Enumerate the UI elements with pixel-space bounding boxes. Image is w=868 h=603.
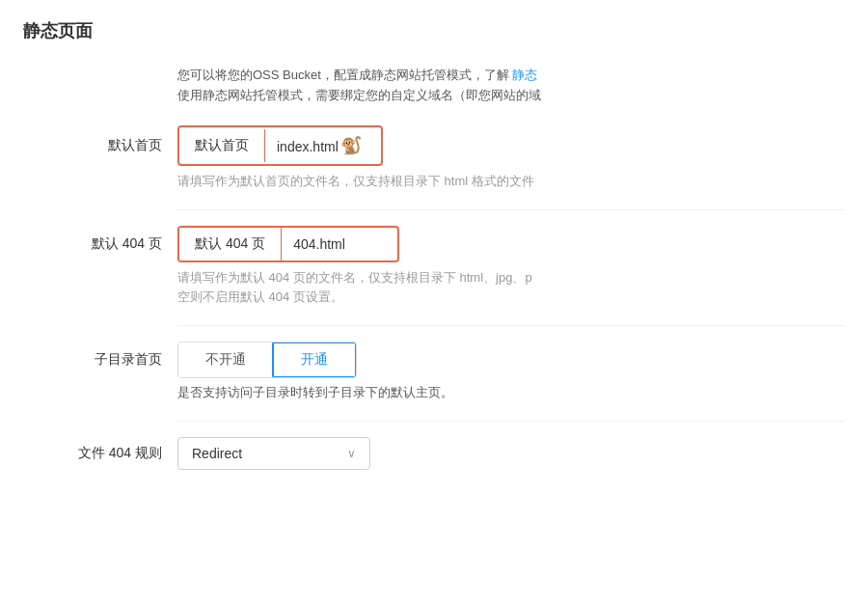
divider-2 (177, 325, 845, 326)
default-404-label: 默认 404 页 (23, 235, 177, 253)
description-block: 您可以将您的OSS Bucket，配置成静态网站托管模式，了解 静态 使用静态网… (177, 66, 845, 106)
file-404-rule-label: 文件 404 规则 (23, 445, 177, 462)
page-title: 静态页面 (23, 19, 845, 42)
page-container: 静态页面 您可以将您的OSS Bucket，配置成静态网站托管模式，了解 静态 … (0, 0, 868, 495)
default-home-row: 默认首页 默认首页 index.html🐒 (23, 125, 845, 166)
default-404-input-group: 默认 404 页 404.html (177, 226, 399, 262)
file-404-rule-value: Redirect (192, 446, 242, 461)
divider-3 (177, 421, 845, 422)
description-line2: 使用静态网站托管模式，需要绑定您的自定义域名（即您网站的域 (177, 88, 541, 102)
divider-1 (177, 209, 845, 210)
default-home-input-group: 默认首页 index.html🐒 (177, 125, 383, 166)
subdirectory-row: 子目录首页 不开通 开通 (23, 342, 845, 378)
subdirectory-toggle-group: 不开通 开通 (177, 342, 357, 378)
file-404-rule-row: 文件 404 规则 Redirect ∨ (23, 437, 845, 470)
description-line1: 您可以将您的OSS Bucket，配置成静态网站托管模式，了解 (177, 68, 512, 82)
default-home-hint: 请填写作为默认首页的文件名，仅支持根目录下 html 格式的文件 (177, 172, 845, 191)
description-link[interactable]: 静态 (512, 68, 537, 82)
file-404-rule-select[interactable]: Redirect ∨ (177, 437, 370, 470)
subdirectory-label: 子目录首页 (23, 351, 177, 369)
default-404-inner-label: 默认 404 页 (179, 228, 282, 260)
default-404-row: 默认 404 页 默认 404 页 404.html (23, 226, 845, 262)
default-404-hint-line2: 空则不启用默认 404 页设置。 (177, 289, 343, 304)
default-404-hint-line1: 请填写作为默认 404 页的文件名，仅支持根目录下 html、jpg、p (177, 270, 532, 285)
chevron-down-icon: ∨ (347, 447, 356, 460)
default-home-label: 默认首页 (23, 137, 177, 154)
default-404-value[interactable]: 404.html (282, 229, 397, 260)
file-404-rule-select-wrapper: Redirect ∨ (177, 437, 370, 470)
monkey-emoji: 🐒 (340, 136, 362, 155)
default-home-value[interactable]: index.html🐒 (265, 127, 381, 164)
default-home-inner-label: 默认首页 (179, 129, 265, 162)
default-404-hint: 请填写作为默认 404 页的文件名，仅支持根目录下 html、jpg、p 空则不… (177, 268, 845, 306)
subdirectory-hint: 是否支持访问子目录时转到子目录下的默认主页。 (177, 384, 845, 401)
subdirectory-off-button[interactable]: 不开通 (178, 343, 273, 377)
subdirectory-on-button[interactable]: 开通 (272, 342, 357, 378)
